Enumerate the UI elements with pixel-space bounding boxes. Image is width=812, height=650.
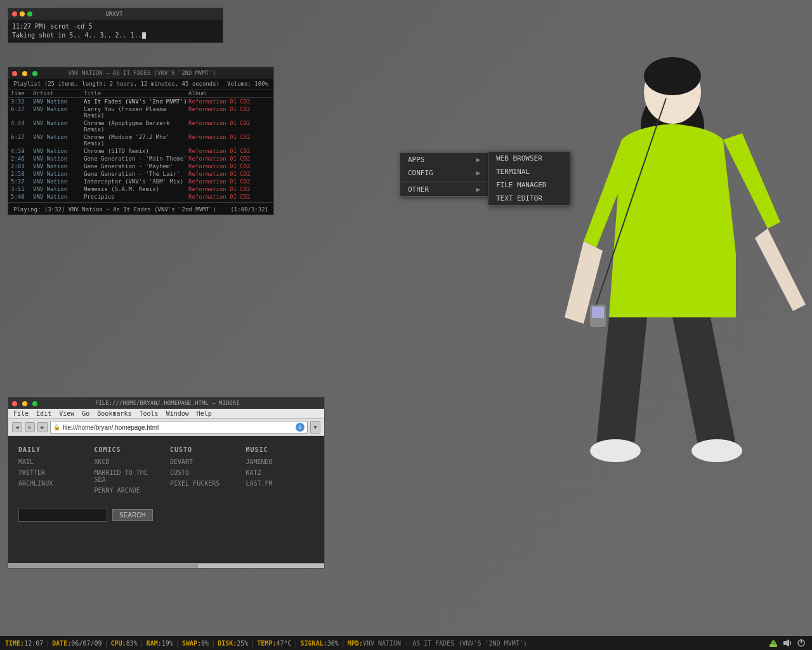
homepage-link[interactable]: CUSTO <box>170 469 239 476</box>
refresh-button[interactable]: ↻ <box>25 422 35 432</box>
taskbar-icons[interactable] <box>768 637 807 649</box>
track-row[interactable]: 5:37 VNV Nation Interceptor (VNV's 'ABM'… <box>8 178 273 185</box>
address-bar-container: 🔒 i <box>50 421 308 434</box>
menu-view[interactable]: View <box>59 410 74 417</box>
browser-scrollbar[interactable] <box>8 563 324 568</box>
disk-value: 25% <box>237 640 248 647</box>
page-icon: 🔒 <box>53 424 60 430</box>
cpu-value: 83% <box>126 640 138 647</box>
homepage-column: COMICSXKCDMARRIED TO THE SEAPENNY ARCADE <box>95 446 163 498</box>
homepage-link[interactable]: XKCD <box>95 458 163 465</box>
disk-label: DISK: <box>218 640 237 647</box>
homepage-link[interactable]: JAMENDO <box>246 458 315 465</box>
menu-help[interactable]: Help <box>197 410 212 417</box>
svg-rect-7 <box>769 644 777 647</box>
browser-window-buttons[interactable] <box>12 399 37 408</box>
address-dropdown[interactable]: ▼ <box>310 421 320 434</box>
menu-file[interactable]: File <box>13 410 29 417</box>
svg-point-3 <box>590 439 641 462</box>
track-row[interactable]: 2:58 VNV Nation Gene Generation - 'The L… <box>8 170 273 178</box>
track-title: Nemesis (S.A.M. Remix) <box>84 186 188 192</box>
track-row[interactable]: 3:51 VNV Nation Nemesis (S.A.M. Remix) R… <box>8 185 273 193</box>
homepage-column: CUSTODEVARTCUSTOPIXEL FUCKERS <box>170 446 239 498</box>
col-time: Time <box>11 90 33 96</box>
power-icon[interactable] <box>796 637 807 649</box>
homepage-column: DAILYMAILTWITTERARCHLINUX <box>18 446 87 498</box>
menu-item-terminal[interactable]: TERMINAL <box>488 165 570 178</box>
info-button[interactable]: i <box>296 423 304 432</box>
track-album: Reformation 01 CD2 <box>188 186 252 192</box>
homepage-link[interactable]: DEVART <box>170 458 239 465</box>
homepage-link[interactable]: KATZ <box>246 469 315 476</box>
menu-go[interactable]: Go <box>82 410 89 417</box>
menu-edit[interactable]: Edit <box>36 410 51 417</box>
window-buttons[interactable] <box>12 11 32 17</box>
homepage-link[interactable]: PENNY ARCADE <box>95 487 163 494</box>
close-btn[interactable] <box>12 11 17 17</box>
context-menu[interactable]: APPS ▶ WEB BROWSER TERMINAL FILE MANAGER… <box>400 152 488 197</box>
track-time: 3:51 <box>11 186 33 192</box>
wallpaper-figure <box>457 0 812 622</box>
menu-window[interactable]: Window <box>166 410 189 417</box>
track-row[interactable]: 6:27 VNV Nation Chrome (Modcom '27.2 Mhz… <box>8 133 273 147</box>
homepage-link[interactable]: LAST.FM <box>246 480 315 487</box>
svg-point-2 <box>644 57 701 95</box>
col-artist: Artist <box>33 90 84 96</box>
browser-max-btn[interactable] <box>32 401 37 406</box>
col-title: Title <box>84 90 188 96</box>
menu-item-other[interactable]: OTHER ▶ <box>400 183 488 196</box>
track-album: Reformation 01 CD2 <box>188 156 252 162</box>
music-window-buttons[interactable] <box>12 69 37 78</box>
music-close-btn[interactable] <box>12 71 17 76</box>
col-title: COMICS <box>95 446 163 453</box>
temp-label: TEMP: <box>257 640 276 647</box>
homepage-grid: DAILYMAILTWITTERARCHLINUXCOMICSXKCDMARRI… <box>18 446 314 498</box>
track-row[interactable]: 2:03 VNV Nation Gene Generation - 'Mayhe… <box>8 162 273 170</box>
menu-item-webbrowser[interactable]: WEB BROWSER <box>488 152 570 165</box>
apps-submenu[interactable]: WEB BROWSER TERMINAL FILE MANAGER TEXT E… <box>488 151 570 206</box>
homepage-link[interactable]: MARRIED TO THE SEA <box>95 469 163 483</box>
track-row[interactable]: 3:32 VNV Nation As It Fades (VNV's '2nd … <box>8 98 273 105</box>
col-title: CUSTO <box>170 446 239 453</box>
music-table-header: Time Artist Title Album <box>8 90 273 98</box>
terminal-window: URXVT 11:27 PM) scrot -cd 5 Taking shot … <box>8 8 223 43</box>
track-title: Chrome (Modcom '27.2 Mhz' Remix) <box>84 134 188 147</box>
track-time: 3:32 <box>11 98 33 105</box>
signal-value: 30% <box>327 640 339 647</box>
music-min-btn[interactable] <box>22 71 27 76</box>
homepage-link[interactable]: ARCHLINUX <box>18 480 87 487</box>
network-icon[interactable] <box>768 637 779 649</box>
menu-item-apps[interactable]: APPS ▶ <box>400 153 488 166</box>
max-btn[interactable] <box>27 11 32 17</box>
menu-bookmarks[interactable]: Bookmarks <box>97 410 131 417</box>
track-row[interactable]: 4:44 VNV Nation Chrome (Apoptygma Berzer… <box>8 119 273 133</box>
menu-item-filemanager[interactable]: FILE MANAGER <box>488 178 570 192</box>
browser-close-btn[interactable] <box>12 401 17 406</box>
track-row[interactable]: 5:40 VNV Nation Precipice Reformation 01… <box>8 193 273 201</box>
homepage-link[interactable]: TWITTER <box>18 469 87 476</box>
track-row[interactable]: 2:46 VNV Nation Gene Generation - 'Main … <box>8 155 273 162</box>
search-button[interactable]: SEARCH <box>112 509 153 521</box>
browser-menubar[interactable]: File Edit View Go Bookmarks Tools Window… <box>8 409 324 419</box>
back-button[interactable]: ◀ <box>12 422 22 432</box>
date-value: 06/07/09 <box>71 640 102 647</box>
forward-button[interactable]: ▶ <box>37 422 48 432</box>
track-album: Reformation 01 CD2 <box>188 194 252 200</box>
track-album: Reformation 01 CD2 <box>188 171 252 177</box>
homepage-link[interactable]: PIXEL FUCKERS <box>170 480 239 487</box>
date-label: DATE: <box>52 640 71 647</box>
min-btn[interactable] <box>20 11 25 17</box>
menu-item-texteditor[interactable]: TEXT EDITOR <box>488 192 570 205</box>
address-bar-input[interactable] <box>63 424 294 431</box>
homepage-link[interactable]: MAIL <box>18 458 87 465</box>
track-row[interactable]: 4:59 VNV Nation Chrome (SITD Remix) Refo… <box>8 147 273 155</box>
music-max-btn[interactable] <box>32 71 37 76</box>
search-input[interactable] <box>18 508 107 522</box>
menu-tools[interactable]: Tools <box>140 410 159 417</box>
browser-min-btn[interactable] <box>22 401 27 406</box>
signal-label: SIGNAL: <box>301 640 327 647</box>
menu-item-config[interactable]: CONFIG ▶ <box>400 166 488 180</box>
track-title: Precipice <box>84 194 188 200</box>
track-row[interactable]: 6:37 VNV Nation Carry You (Frozen Plasma… <box>8 105 273 119</box>
volume-icon[interactable] <box>782 637 793 649</box>
